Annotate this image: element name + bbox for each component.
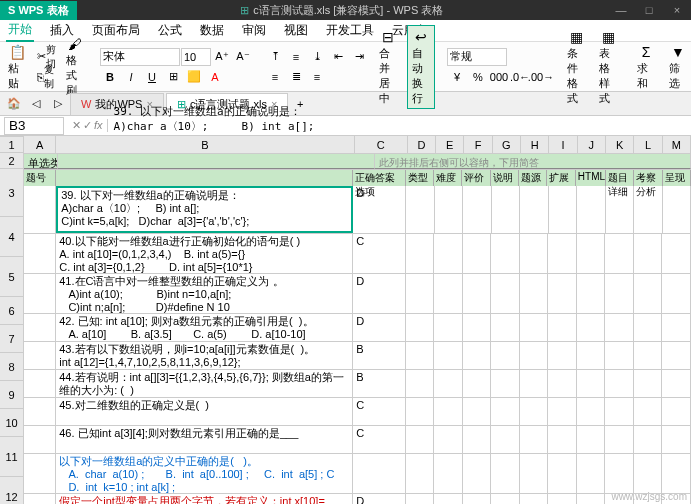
cell[interactable] (406, 454, 435, 493)
italic-button[interactable]: I (121, 68, 141, 86)
cell-answer[interactable]: C (353, 398, 406, 425)
cell[interactable] (605, 314, 634, 341)
cell[interactable] (548, 314, 577, 341)
cell[interactable] (577, 494, 606, 504)
cell-question[interactable]: 46. 已知int a[3][4];则对数组元素引用正确的是___ A)a[2]… (56, 426, 353, 453)
decimal-dec-button[interactable]: .00→ (531, 68, 551, 86)
cell[interactable] (434, 370, 463, 397)
align-bottom-button[interactable]: ⤓ (307, 48, 327, 66)
copy-button[interactable]: ⎘复制 (36, 68, 56, 86)
cell[interactable] (434, 274, 463, 313)
cond-format-button[interactable]: ▦条件格式 (563, 26, 589, 108)
menu-tab-6[interactable]: 视图 (282, 20, 310, 41)
cell-question[interactable]: 42. 已知: int a[10]; 则对a数组元素的正确引用是( )。 A. … (56, 314, 353, 341)
increase-font-button[interactable]: A⁺ (212, 48, 232, 66)
fx-icon[interactable]: fx (94, 119, 103, 132)
cell[interactable] (491, 454, 520, 493)
cell[interactable] (463, 186, 492, 233)
cell[interactable] (662, 274, 691, 313)
cell[interactable] (634, 342, 663, 369)
cell[interactable] (24, 426, 56, 453)
cell[interactable] (548, 426, 577, 453)
cell-answer[interactable]: C (353, 426, 406, 453)
row-header[interactable]: 11 (0, 437, 23, 477)
cell[interactable] (406, 314, 435, 341)
cell[interactable] (463, 494, 492, 504)
col-header[interactable]: L (634, 136, 662, 153)
tab-next-button[interactable]: ▷ (48, 95, 68, 113)
col-header[interactable]: A (24, 136, 56, 153)
grid-body[interactable]: 单选类此列并排后右侧可以容纳，下用简答题号正确答案选项类型难度评价说明题源扩展H… (24, 154, 691, 504)
cell[interactable] (406, 342, 435, 369)
cell[interactable] (406, 426, 435, 453)
cell[interactable] (634, 234, 663, 273)
cell[interactable] (491, 314, 520, 341)
cell[interactable] (548, 342, 577, 369)
cell[interactable] (634, 274, 663, 313)
font-size-select[interactable] (181, 48, 211, 66)
cell[interactable] (548, 494, 577, 504)
name-box[interactable] (4, 117, 64, 135)
cell[interactable] (520, 234, 549, 273)
cell-question[interactable]: 41.在C语言中对一维整型数组的正确定义为 。 A)int a(10); B)i… (56, 274, 353, 313)
font-color-button[interactable]: A (205, 68, 225, 86)
cell[interactable] (663, 186, 692, 233)
cell[interactable] (634, 426, 663, 453)
cell[interactable] (463, 234, 492, 273)
cell[interactable] (606, 186, 635, 233)
row-header[interactable]: 4 (0, 217, 23, 257)
cell-answer[interactable]: D (353, 274, 406, 313)
cell[interactable] (491, 342, 520, 369)
cell-question[interactable]: 44.若有说明：int a[][3]={{1,2,3},{4,5},{6,7}}… (56, 370, 353, 397)
cell[interactable] (463, 274, 492, 313)
cell[interactable] (520, 370, 549, 397)
cell[interactable] (24, 494, 56, 504)
col-header[interactable]: I (549, 136, 577, 153)
tab-prev-button[interactable]: ◁ (26, 95, 46, 113)
cell[interactable] (577, 370, 606, 397)
cell[interactable] (634, 186, 663, 233)
cell[interactable] (520, 398, 549, 425)
format-painter-button[interactable]: 🖌格式刷 (62, 33, 88, 100)
cell[interactable] (463, 342, 492, 369)
cell[interactable] (605, 342, 634, 369)
comma-button[interactable]: 000 (489, 68, 509, 86)
cell-question[interactable]: 39. 以下对一维数组a的正确说明是： A)char a〈10〉; B) int… (56, 186, 353, 233)
cell[interactable] (406, 494, 435, 504)
cell[interactable] (605, 370, 634, 397)
indent-right-button[interactable]: ⇥ (349, 48, 369, 66)
cell-answer[interactable] (353, 454, 406, 493)
merge-button[interactable]: ⊟合并居中 (375, 26, 401, 108)
cell-question[interactable]: 40.以下能对一维数组a进行正确初始化的语句是( ) A. int a[10]=… (56, 234, 353, 273)
cell[interactable] (491, 370, 520, 397)
menu-tab-0[interactable]: 开始 (6, 19, 34, 42)
percent-button[interactable]: % (468, 68, 488, 86)
cell[interactable] (520, 274, 549, 313)
align-right-button[interactable]: ≡ (307, 68, 327, 86)
cell[interactable] (492, 186, 521, 233)
cell[interactable] (435, 186, 464, 233)
cell[interactable] (491, 426, 520, 453)
cell[interactable] (549, 186, 578, 233)
cell[interactable] (662, 370, 691, 397)
bold-button[interactable]: B (100, 68, 120, 86)
cell[interactable] (662, 314, 691, 341)
cell[interactable] (577, 274, 606, 313)
cell[interactable] (491, 494, 520, 504)
underline-button[interactable]: U (142, 68, 162, 86)
cell[interactable] (434, 454, 463, 493)
cell[interactable] (548, 370, 577, 397)
row-header[interactable]: 9 (0, 381, 23, 409)
cell[interactable] (577, 426, 606, 453)
menu-tab-4[interactable]: 数据 (198, 20, 226, 41)
cell-answer[interactable]: C (353, 234, 406, 273)
cell[interactable] (434, 234, 463, 273)
cell[interactable] (605, 398, 634, 425)
cell[interactable] (634, 454, 663, 493)
cell[interactable] (634, 370, 663, 397)
cell[interactable] (406, 234, 435, 273)
sum-button[interactable]: Σ求和 (633, 41, 659, 93)
col-header[interactable]: B (56, 136, 355, 153)
row-header[interactable]: 10 (0, 409, 23, 437)
cell[interactable] (520, 314, 549, 341)
